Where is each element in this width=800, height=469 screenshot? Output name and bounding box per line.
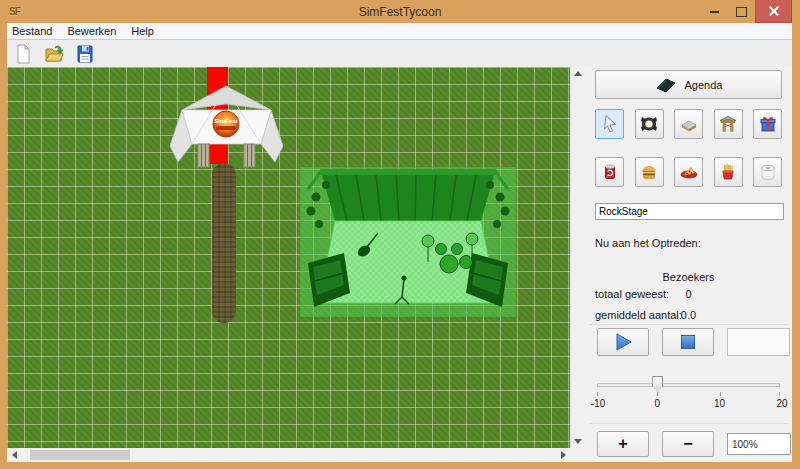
close-icon — [769, 6, 779, 16]
pizza-icon — [679, 162, 699, 182]
entrance-gate-icon — [718, 114, 738, 134]
scroll-down-button[interactable] — [571, 435, 585, 448]
visitors-header: Bezoekers — [585, 271, 792, 283]
horizontal-scrollbar[interactable] — [7, 448, 570, 462]
scroll-right-button[interactable] — [556, 448, 570, 461]
slider-track[interactable] — [597, 383, 780, 387]
dirt-path[interactable] — [212, 163, 236, 323]
zoom-out-button[interactable]: − — [662, 431, 714, 457]
scroll-left-button[interactable] — [7, 448, 21, 461]
now-playing-box — [727, 328, 790, 356]
slider-tick — [779, 392, 780, 396]
save-file-icon — [75, 44, 95, 64]
now-playing-label: Nu aan het Optreden: — [595, 237, 701, 249]
slider-tick — [720, 392, 721, 396]
slider-thumb[interactable] — [652, 376, 663, 393]
slider-label-zero: 0 — [654, 398, 660, 409]
stage-platform-tool-button[interactable] — [674, 109, 703, 139]
window-title: SimFestTycoon — [0, 5, 800, 19]
speed-slider[interactable]: -10 0 10 20 — [595, 373, 782, 413]
fries-icon — [718, 162, 738, 182]
scroll-down-icon — [574, 439, 582, 444]
zoom-in-button[interactable]: + — [597, 431, 649, 457]
average-visitors-value: 0.0 — [585, 309, 792, 321]
total-visitors-value: 0 — [585, 288, 792, 300]
toilet-roll-icon — [758, 162, 778, 182]
menu-bestand[interactable]: Bestand — [12, 25, 52, 37]
play-button[interactable] — [597, 328, 649, 356]
entrance-tent[interactable]: SimFest — [170, 84, 283, 170]
gift-icon — [758, 114, 778, 134]
maximize-icon — [736, 7, 747, 17]
slider-label-min: -10 — [591, 398, 605, 409]
stop-button[interactable] — [662, 328, 714, 356]
tool-row-food — [595, 157, 782, 187]
stage-name-input[interactable] — [595, 203, 784, 220]
close-button[interactable] — [755, 0, 792, 23]
festival-map-canvas[interactable]: SimFest — [7, 67, 570, 448]
title-bar: SF SimFestTycoon — [0, 0, 800, 23]
horizontal-scroll-thumb[interactable] — [30, 450, 130, 460]
open-file-icon — [44, 44, 64, 64]
gift-tool-button[interactable] — [753, 109, 782, 139]
slider-tick — [597, 392, 598, 396]
spotlight-tool-button[interactable] — [635, 109, 664, 139]
stop-icon — [678, 332, 698, 352]
divider — [589, 324, 788, 325]
client-area: Bestand Bewerken Help — [7, 23, 792, 462]
slider-label-max: 20 — [776, 398, 787, 409]
tool-row-structures — [595, 109, 782, 139]
play-icon — [612, 331, 634, 353]
save-file-button[interactable] — [74, 43, 96, 65]
menu-help[interactable]: Help — [131, 25, 154, 37]
drink-can-tool-button[interactable] — [595, 157, 624, 187]
slider-tick — [657, 392, 658, 396]
toolbar — [7, 40, 792, 68]
window-frame: SF SimFestTycoon Bestand Bewerken Help — [0, 0, 800, 469]
agenda-book-icon — [655, 76, 677, 94]
cursor-icon — [600, 114, 620, 134]
vertical-scrollbar[interactable] — [570, 67, 586, 448]
tent-logo-text: SimFest — [214, 118, 237, 124]
pizza-tool-button[interactable] — [674, 157, 703, 187]
agenda-label: Agenda — [685, 79, 723, 91]
window-controls — [701, 0, 792, 23]
menu-bewerken[interactable]: Bewerken — [67, 25, 116, 37]
new-file-button[interactable] — [12, 43, 34, 65]
hamburger-tool-button[interactable] — [635, 157, 664, 187]
agenda-button[interactable]: Agenda — [595, 70, 782, 99]
zoom-level-field[interactable] — [727, 433, 791, 455]
scroll-right-icon — [561, 451, 566, 459]
hamburger-icon — [639, 162, 659, 182]
scroll-up-button[interactable] — [571, 67, 585, 80]
stage-platform-icon — [679, 114, 699, 134]
spotlight-icon — [639, 114, 659, 134]
stage-preview[interactable] — [300, 167, 516, 317]
control-panel: Agenda — [585, 67, 792, 462]
drink-can-icon — [600, 162, 620, 182]
minimize-icon — [710, 11, 719, 13]
scroll-up-icon — [574, 71, 582, 76]
menu-bar: Bestand Bewerken Help — [7, 23, 792, 40]
scroll-left-icon — [12, 451, 17, 459]
toilet-roll-tool-button[interactable] — [753, 157, 782, 187]
new-file-icon — [13, 44, 33, 64]
open-file-button[interactable] — [43, 43, 65, 65]
minimize-button[interactable] — [701, 0, 728, 23]
slider-label-ten: 10 — [714, 398, 725, 409]
select-tool-button[interactable] — [595, 109, 624, 139]
entrance-gate-tool-button[interactable] — [714, 109, 743, 139]
divider — [589, 423, 788, 424]
fries-tool-button[interactable] — [714, 157, 743, 187]
maximize-button[interactable] — [728, 0, 755, 23]
